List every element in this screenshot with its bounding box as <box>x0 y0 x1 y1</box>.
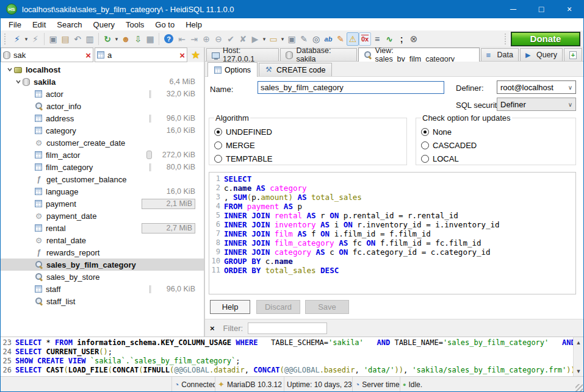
hex-toggle-icon[interactable]: 0x <box>359 32 371 46</box>
tree-item-customer-create-date[interactable]: ⚙ customer_create_date <box>1 137 204 149</box>
resize-grip[interactable] <box>575 384 583 391</box>
session-manager-icon[interactable]: ⚡ <box>11 32 23 46</box>
save-as-icon[interactable]: ✎ <box>298 32 310 46</box>
menu-file[interactable]: File <box>3 20 27 30</box>
tree-item-sales-by-store[interactable]: sales_by_store <box>1 271 204 283</box>
definer-select[interactable]: root@localhost ∨ <box>497 80 576 94</box>
tree-item-payment-date[interactable]: ⚙ payment_date <box>1 210 204 222</box>
menu-query[interactable]: Query <box>88 20 120 30</box>
delimiter-icon[interactable]: ; <box>395 32 408 46</box>
blob-editor-icon[interactable]: ▦ <box>144 32 156 46</box>
save-button[interactable]: Save <box>305 300 349 314</box>
subtab-options[interactable]: Options <box>207 62 258 77</box>
radio-cascaded[interactable]: CASCADED <box>421 138 571 152</box>
filter-input[interactable] <box>248 323 327 334</box>
subtab-create-code[interactable]: ⚒ CREATE code <box>259 63 332 76</box>
database-filter[interactable]: sak × <box>1 48 93 62</box>
tree-item-actor-info[interactable]: actor_info <box>1 100 204 112</box>
warning-toggle-icon[interactable]: ⚠ <box>347 32 359 46</box>
menu-tools[interactable]: Tools <box>120 20 150 30</box>
sql-log[interactable]: 23SELECT * FROM information_schema.KEY_C… <box>1 337 573 376</box>
radio-undefined[interactable]: UNDEFINED <box>214 125 402 138</box>
chevron-down-icon[interactable] <box>5 66 14 73</box>
export-icon[interactable]: ⇩ <box>132 32 144 46</box>
replace-icon[interactable]: ab <box>322 32 334 46</box>
tree-item-film-actor[interactable]: film_actor 272,0 KiB <box>1 149 204 161</box>
clear-filter-icon[interactable]: × <box>179 50 185 60</box>
help-button[interactable]: Help <box>210 300 250 314</box>
beautify-icon[interactable]: ✎ <box>334 32 347 46</box>
radio-none[interactable]: None <box>421 125 571 138</box>
menu-search[interactable]: Search <box>51 20 87 30</box>
view-name-input[interactable] <box>258 81 444 94</box>
tree-item-film-category[interactable]: film_category 80,0 KiB <box>1 161 204 173</box>
tree-item-payment[interactable]: payment 2,1 MiB <box>1 198 204 210</box>
database-filter-value[interactable]: sak <box>13 51 85 60</box>
clear-filter-icon[interactable]: × <box>85 50 91 60</box>
tree-item-get-customer-balance[interactable]: ƒ get_customer_balance <box>1 173 204 185</box>
last-row-icon[interactable]: ⇥ <box>188 32 200 46</box>
favorites-star-icon[interactable]: ★ <box>187 48 204 62</box>
log-scrollbar[interactable]: ▲ ▼ <box>573 337 583 376</box>
tree-item-sales-by-film-category[interactable]: sales_by_film_category <box>1 258 204 271</box>
tree-item-rental[interactable]: rental 2,7 MiB <box>1 222 204 234</box>
radio-temptable[interactable]: TEMPTABLE <box>214 152 402 165</box>
tree-item-staff[interactable]: staff 96,0 KiB <box>1 283 204 295</box>
open-file-icon[interactable]: ▭ <box>267 32 279 46</box>
delete-row-icon[interactable]: ⊖ <box>212 32 225 46</box>
print-icon[interactable]: ▥ <box>84 32 96 46</box>
reconnect-icon[interactable]: ∿ <box>383 32 395 46</box>
execute-caret[interactable]: ▾ <box>261 32 267 46</box>
new-query-tab-button[interactable]: + <box>564 48 582 61</box>
copy-icon[interactable]: ▣ <box>47 32 59 46</box>
user-manager-icon[interactable]: ☻ <box>120 32 132 46</box>
params-icon[interactable]: ≡ <box>371 32 383 46</box>
close-filter-icon[interactable]: × <box>210 324 215 333</box>
tree-item-actor[interactable]: actor 32,0 KiB <box>1 88 204 100</box>
tree-item-language[interactable]: language 16,0 KiB <box>1 185 204 198</box>
menu-goto[interactable]: Go to <box>150 20 180 30</box>
maximize-button[interactable]: □ <box>527 0 555 18</box>
tree-item-staff-list[interactable]: staff_list <box>1 295 204 307</box>
disconnect-icon[interactable]: ⚡ <box>29 32 41 46</box>
chevron-down-icon[interactable] <box>14 79 23 85</box>
open-file-caret[interactable]: ▾ <box>279 32 286 46</box>
table-filter-value[interactable]: a <box>107 51 179 60</box>
tree-item-sakila[interactable]: sakila 6,4 MiB <box>1 76 204 88</box>
refresh-caret[interactable]: ▾ <box>114 32 120 46</box>
minimize-button[interactable]: ─ <box>499 0 527 18</box>
tab-host[interactable]: Host: 127.0.0.1 <box>206 48 279 61</box>
menu-edit[interactable]: Edit <box>27 20 51 30</box>
close-button[interactable]: × <box>555 0 583 18</box>
scroll-down-icon[interactable]: ▼ <box>574 366 583 376</box>
stop-icon[interactable]: ⊗ <box>408 32 420 46</box>
tab-query[interactable]: ▶ Query <box>520 48 563 61</box>
tree-item-category[interactable]: category 16,0 KiB <box>1 124 204 137</box>
undo-icon[interactable]: ↶ <box>71 32 84 46</box>
cancel-changes-icon[interactable]: ✘ <box>237 32 249 46</box>
insert-row-icon[interactable]: ⊕ <box>200 32 212 46</box>
save-icon[interactable]: ▣ <box>286 32 298 46</box>
menu-help[interactable]: Help <box>180 20 207 30</box>
tree-item-localhost[interactable]: localhost <box>1 63 204 76</box>
refresh-icon[interactable]: ↻ <box>101 32 114 46</box>
tab-data[interactable]: ≡ Data <box>481 48 519 61</box>
find-icon[interactable]: ◎ <box>310 32 322 46</box>
tree-item-address[interactable]: address 96,0 KiB <box>1 112 204 124</box>
scroll-up-icon[interactable]: ▲ <box>574 338 583 347</box>
tree-item-rewards-report[interactable]: ƒ rewards_report <box>1 246 204 258</box>
session-manager-caret[interactable]: ▾ <box>23 32 29 46</box>
sql-security-select[interactable]: Definer ∨ <box>497 98 576 111</box>
execute-icon[interactable]: ▶ <box>249 32 261 46</box>
help-icon[interactable]: ? <box>164 34 173 43</box>
tree-item-rental-date[interactable]: ⚙ rental_date <box>1 234 204 246</box>
radio-merge[interactable]: MERGE <box>214 138 402 152</box>
post-changes-icon[interactable]: ✔ <box>225 32 237 46</box>
paste-icon[interactable]: ▤ <box>59 32 71 46</box>
first-row-icon[interactable]: ⇤ <box>176 32 188 46</box>
view-body-editor[interactable]: 1SELECT 2c.name AS category 3, SUM(p.amo… <box>209 172 576 294</box>
radio-local[interactable]: LOCAL <box>421 152 571 165</box>
tab-database[interactable]: Database: sakila <box>280 48 357 61</box>
discard-button[interactable]: Discard <box>256 300 300 314</box>
table-filter[interactable]: a × <box>95 48 187 62</box>
